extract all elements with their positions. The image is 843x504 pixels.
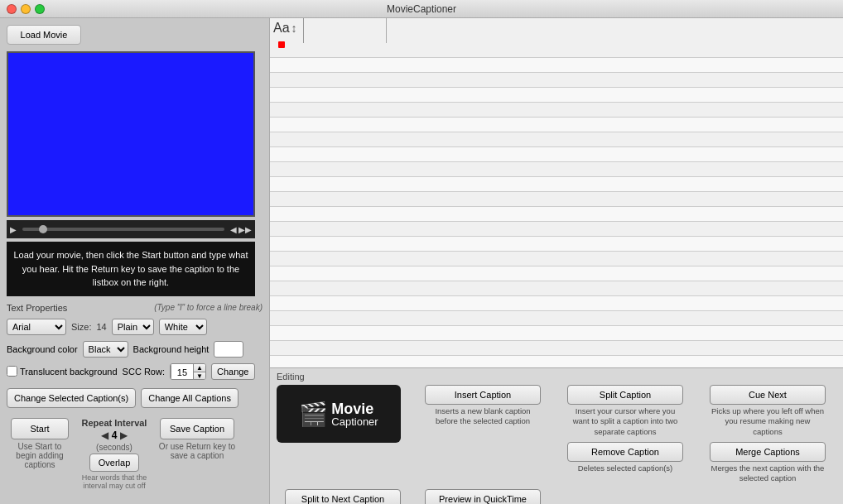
left-panel: Load Movie ▶ ◀ ▶▶ Load your movie, then … (0, 18, 269, 504)
scc-row-stepper: 15 ▲ ▼ (170, 363, 206, 380)
logo-inner: 🎬 Movie Captioner (299, 401, 378, 428)
timeline-row (270, 341, 843, 356)
caption-display[interactable]: Load your movie, then click the Start bu… (7, 242, 255, 296)
film-icon: 🎬 (299, 401, 328, 428)
remove-caption-button[interactable]: Remove Caption (567, 442, 683, 462)
start-section: Start Use Start to begin adding captions (7, 418, 73, 490)
editing-label: Editing (277, 372, 836, 382)
timeline-row (270, 222, 843, 237)
close-button[interactable] (7, 4, 17, 14)
remove-caption-desc: Deletes selected caption(s) (578, 463, 673, 473)
timeline-row (270, 311, 843, 326)
scc-row-value: 15 (171, 364, 194, 379)
scc-row-up[interactable]: ▲ (194, 364, 205, 372)
cue-next-button[interactable]: Cue Next (710, 385, 826, 405)
transport-end-buttons: ◀ ▶▶ (230, 225, 252, 234)
stepper-buttons: ▲ ▼ (194, 364, 205, 379)
timeline-row (270, 266, 843, 281)
start-button[interactable]: Start (11, 418, 69, 439)
scc-row-down[interactable]: ▼ (194, 372, 205, 380)
fast-forward-button[interactable]: ▶▶ (238, 225, 252, 234)
preview-qt-col: Preview in QuickTime Use Export menu for… (414, 489, 552, 504)
interval-section: Repeat Interval ◀ 4 ▶ (seconds) Overlap … (81, 418, 147, 490)
repeat-section: Start Use Start to begin adding captions… (7, 418, 263, 490)
change-button[interactable]: Change (211, 363, 255, 380)
slider-knob (39, 225, 47, 233)
maximize-button[interactable] (35, 4, 45, 14)
right-panel: Aa ↕ (269, 18, 843, 504)
bg-height-input[interactable]: 40 (214, 341, 243, 358)
split-caption-col: Split Caption Insert your cursor where y… (556, 385, 694, 437)
font-size-large-icon: Aa (273, 22, 290, 35)
red-marker (278, 41, 285, 48)
bg-height-label: Background height (133, 344, 210, 354)
bg-color-select[interactable]: Black White Gray (83, 341, 128, 358)
transport-controls: ▶ ◀ ▶▶ (7, 220, 255, 238)
scc-row-label: SCC Row: (123, 367, 165, 377)
titlebar-buttons (7, 4, 45, 14)
caption-action-row: Change Selected Caption(s) Change All Ca… (7, 388, 263, 408)
split-next-col: Split to Next Caption Sends everything a… (277, 489, 409, 504)
timeline-row (270, 207, 843, 222)
timeline-row (270, 237, 843, 252)
translucent-checkbox-label[interactable]: Translucent background (7, 366, 118, 377)
text-props-label: Text Properties (7, 303, 67, 313)
minimize-button[interactable] (21, 4, 31, 14)
color-select[interactable]: White Yellow Black Red (159, 319, 207, 335)
bg-row: Background color Black White Gray Backgr… (7, 341, 263, 358)
size-label: Size: (71, 322, 91, 332)
save-section: Save Caption Or use Return key to save a… (156, 418, 238, 490)
editing-section: Editing 🎬 Movie Captioner Insert Caption (270, 367, 843, 504)
preview-qt-button[interactable]: Preview in QuickTime (425, 489, 541, 504)
timeline-row (270, 103, 843, 118)
save-caption-button[interactable]: Save Caption (160, 418, 234, 439)
change-selected-button[interactable]: Change Selected Caption(s) (7, 388, 136, 408)
remove-caption-col: Remove Caption Deletes selected caption(… (556, 442, 694, 484)
caption-text: Load your movie, then click the Start bu… (13, 250, 248, 287)
timeline-row (270, 58, 843, 73)
timeline-row (270, 162, 843, 177)
translucent-checkbox[interactable] (7, 366, 17, 377)
main-content: Load Movie ▶ ◀ ▶▶ Load your movie, then … (0, 18, 843, 504)
timeline-row (270, 73, 843, 88)
font-select[interactable]: Arial Times Courier Helvetica (7, 319, 66, 335)
interval-decrease[interactable]: ◀ (101, 430, 108, 441)
change-all-button[interactable]: Change All Captions (141, 388, 238, 408)
overlap-button[interactable]: Overlap (89, 454, 139, 472)
rewind-button[interactable]: ◀ (230, 225, 237, 234)
resize-handle[interactable]: ↕ (291, 22, 297, 35)
timeline-row (270, 326, 843, 341)
insert-caption-button[interactable]: Insert Caption (425, 385, 541, 405)
bg-color-label: Background color (7, 344, 78, 354)
interval-increase[interactable]: ▶ (120, 430, 128, 441)
timeline-area[interactable]: Aa ↕ (270, 18, 843, 367)
start-description: Use Start to begin adding captions (7, 442, 73, 469)
timeline-row (270, 118, 843, 132)
split-caption-button[interactable]: Split Caption (567, 385, 683, 405)
interval-unit: (seconds) (96, 443, 132, 452)
split-caption-desc: Insert your cursor where you want to spl… (567, 406, 683, 437)
repeat-interval-label: Repeat Interval (82, 418, 147, 428)
transport-slider[interactable] (22, 228, 224, 231)
titlebar: MovieCaptioner (0, 0, 843, 18)
split-next-button[interactable]: Split to Next Caption (285, 489, 401, 504)
interval-value: 4 (112, 430, 118, 441)
app-title: MovieCaptioner (387, 3, 456, 15)
play-button[interactable]: ▶ (10, 225, 17, 234)
size-value: 14 (96, 322, 106, 332)
type-hint: (Type "l" to force a line break) (154, 303, 263, 312)
load-movie-button[interactable]: Load Movie (7, 25, 81, 45)
logo-captioner-text: Captioner (331, 416, 378, 427)
merge-captions-button[interactable]: Merge Captions (710, 442, 826, 462)
cue-next-desc: Picks up where you left off when you res… (710, 406, 826, 437)
timeline-row (270, 88, 843, 103)
font-row: Arial Times Courier Helvetica Size: 14 P… (7, 319, 263, 335)
save-hint: Or use Return key to save a caption (156, 442, 238, 460)
timeline-row (270, 177, 843, 192)
logo-box: 🎬 Movie Captioner (277, 385, 401, 443)
timeline-row (270, 281, 843, 296)
timeline-rows (270, 43, 843, 367)
timeline-row (270, 132, 843, 147)
video-preview (7, 51, 255, 217)
style-select[interactable]: Plain Bold Italic (112, 319, 154, 335)
